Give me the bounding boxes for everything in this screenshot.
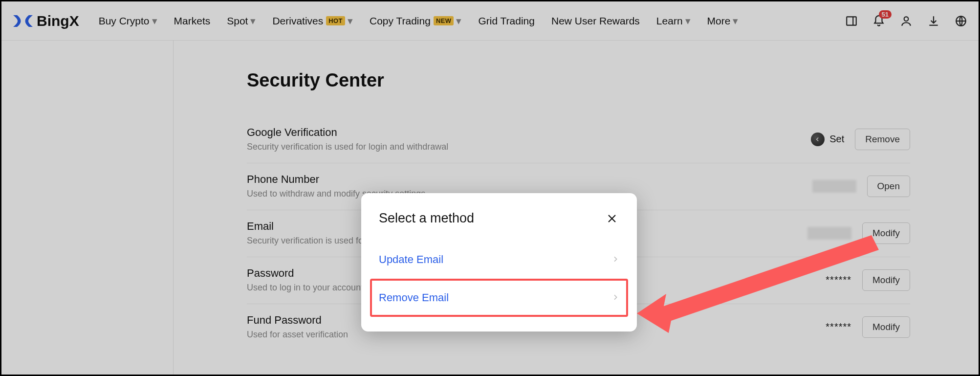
brand-name: BingX bbox=[37, 13, 79, 29]
hot-badge: HOT bbox=[326, 16, 345, 25]
top-nav: BingX Buy Crypto ▾ Markets Spot ▾ Deriva… bbox=[1, 1, 979, 41]
nav-learn[interactable]: Learn ▾ bbox=[656, 15, 691, 27]
brand-logo[interactable]: BingX bbox=[12, 13, 79, 29]
nav-markets-label: Markets bbox=[174, 15, 211, 27]
nav-more[interactable]: More ▾ bbox=[707, 15, 739, 27]
modal-option-remove-email[interactable]: Remove Email bbox=[370, 279, 628, 317]
status-set: Set bbox=[811, 133, 844, 146]
modal-title: Select a method bbox=[379, 211, 474, 226]
nav-grid-trading[interactable]: Grid Trading bbox=[478, 15, 535, 27]
modify-button[interactable]: Modify bbox=[862, 269, 910, 291]
modal-option-label: Update Email bbox=[379, 253, 443, 266]
sidebar bbox=[1, 41, 174, 375]
open-button[interactable]: Open bbox=[867, 176, 910, 197]
row-desc: Security verification is used for login … bbox=[247, 142, 811, 152]
row-title: Google Verification bbox=[247, 126, 811, 139]
nav-buy-crypto-label: Buy Crypto bbox=[99, 15, 150, 27]
chevron-down-icon: ▾ bbox=[685, 15, 691, 27]
nav-copy-trading[interactable]: Copy Trading NEW ▾ bbox=[370, 15, 461, 27]
svg-rect-0 bbox=[847, 17, 856, 25]
chevron-down-icon: ▾ bbox=[250, 15, 256, 27]
chevron-right-icon bbox=[611, 253, 619, 266]
nav-more-label: More bbox=[707, 15, 731, 27]
nav-copy-trading-label: Copy Trading bbox=[370, 15, 431, 27]
nav-spot-label: Spot bbox=[227, 15, 248, 27]
nav-new-user-rewards-label: New User Rewards bbox=[551, 15, 640, 27]
chevron-down-icon: ▾ bbox=[152, 15, 157, 27]
svg-point-1 bbox=[904, 17, 909, 21]
download-icon[interactable] bbox=[927, 14, 940, 28]
chevron-down-icon: ▾ bbox=[456, 15, 461, 27]
nav-markets[interactable]: Markets bbox=[174, 15, 211, 27]
user-icon[interactable] bbox=[899, 14, 913, 28]
modal-option-update-email[interactable]: Update Email bbox=[370, 241, 628, 279]
select-method-modal: Select a method Update Email Remove Emai… bbox=[361, 193, 637, 332]
nav-learn-label: Learn bbox=[656, 15, 683, 27]
nav-buy-crypto[interactable]: Buy Crypto ▾ bbox=[99, 15, 157, 27]
nav-new-user-rewards[interactable]: New User Rewards bbox=[551, 15, 640, 27]
password-mask: ****** bbox=[826, 274, 851, 286]
row-google-verification: Google Verification Security verificatio… bbox=[247, 116, 910, 163]
header-actions: 51 bbox=[845, 14, 968, 28]
modify-button[interactable]: Modify bbox=[862, 222, 910, 244]
chevron-down-icon: ▾ bbox=[348, 15, 353, 27]
page-title: Security Center bbox=[247, 70, 910, 91]
new-badge: NEW bbox=[434, 16, 454, 25]
logo-mark-icon bbox=[12, 13, 34, 29]
main-nav: Buy Crypto ▾ Markets Spot ▾ Derivatives … bbox=[99, 15, 739, 27]
modal-option-label: Remove Email bbox=[379, 291, 449, 304]
nav-spot[interactable]: Spot ▾ bbox=[227, 15, 256, 27]
masked-value bbox=[812, 180, 856, 193]
remove-button[interactable]: Remove bbox=[855, 129, 910, 150]
status-dot-icon bbox=[811, 133, 825, 146]
nav-derivatives-label: Derivatives bbox=[272, 15, 323, 27]
wallet-icon[interactable] bbox=[845, 14, 858, 28]
globe-icon[interactable] bbox=[954, 14, 968, 28]
chevron-down-icon: ▾ bbox=[733, 15, 738, 27]
status-label: Set bbox=[829, 133, 844, 145]
nav-grid-trading-label: Grid Trading bbox=[478, 15, 535, 27]
notification-count-badge: 51 bbox=[879, 10, 892, 19]
bell-icon[interactable]: 51 bbox=[872, 14, 886, 28]
row-title: Phone Number bbox=[247, 173, 812, 186]
close-icon[interactable] bbox=[605, 211, 619, 226]
fund-password-mask: ****** bbox=[826, 321, 851, 332]
modify-button[interactable]: Modify bbox=[862, 316, 910, 338]
chevron-right-icon bbox=[611, 291, 619, 304]
nav-derivatives[interactable]: Derivatives HOT ▾ bbox=[272, 15, 353, 27]
masked-value bbox=[807, 227, 851, 240]
